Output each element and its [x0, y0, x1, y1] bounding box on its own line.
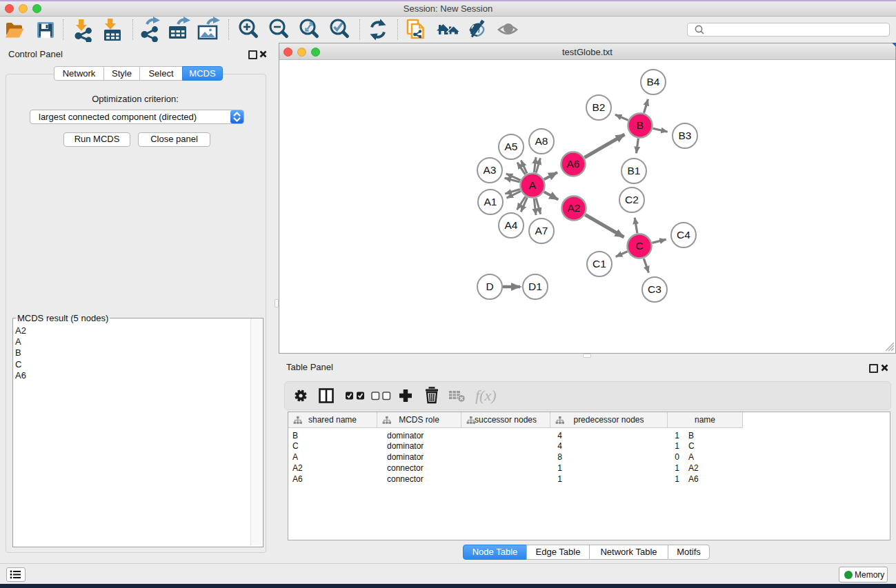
svg-text:C1: C1 — [593, 258, 606, 270]
svg-text:A: A — [529, 179, 537, 191]
svg-text:A2: A2 — [568, 202, 581, 214]
svg-text:A4: A4 — [505, 219, 518, 231]
svg-text:B3: B3 — [679, 130, 692, 141]
svg-text:C4: C4 — [677, 229, 690, 241]
svg-text:A6: A6 — [567, 158, 580, 170]
svg-text:B: B — [637, 119, 644, 131]
svg-text:C2: C2 — [625, 194, 639, 205]
svg-text:A7: A7 — [535, 225, 548, 236]
svg-text:D: D — [486, 281, 493, 292]
svg-text:A3: A3 — [484, 164, 497, 176]
svg-text:B2: B2 — [593, 101, 606, 113]
svg-text:B4: B4 — [647, 76, 660, 88]
svg-text:A1: A1 — [484, 196, 497, 207]
svg-text:D1: D1 — [528, 281, 542, 292]
svg-text:A5: A5 — [505, 141, 518, 152]
svg-text:C: C — [635, 240, 643, 252]
svg-text:B1: B1 — [628, 165, 641, 176]
svg-text:A8: A8 — [535, 135, 548, 147]
svg-text:C3: C3 — [648, 283, 661, 295]
svg-text:f(x): f(x) — [475, 387, 497, 404]
